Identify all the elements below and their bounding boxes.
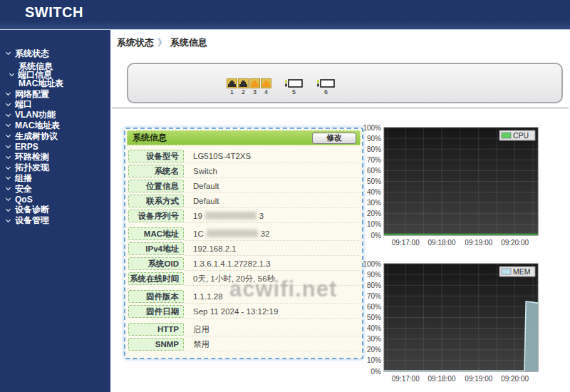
breadcrumb-parent[interactable]: 系统状态 bbox=[117, 37, 154, 48]
info-row-label: 系统名 bbox=[128, 165, 184, 177]
y-axis-tick-label: 0% bbox=[371, 232, 382, 239]
sidebar-item-11[interactable]: QoS bbox=[0, 195, 110, 204]
cpu-usage-chart: 100%90%80%70%60%50%40%30%20%10%0%09:17:0… bbox=[351, 122, 542, 252]
y-axis-tick-label: 90% bbox=[367, 271, 381, 279]
port-3-rj45-icon: 3 bbox=[249, 78, 260, 96]
x-axis-tick-label: 09:17:00 bbox=[392, 375, 420, 383]
info-row-label: 固件版本 bbox=[128, 290, 184, 303]
info-row-label: SNMP bbox=[128, 338, 184, 351]
sidebar: 系统状态系统信息端口信息MAC地址表网络配置端口VLAN功能MAC地址表生成树协… bbox=[0, 30, 110, 392]
chevron-down-icon bbox=[6, 112, 11, 117]
port-number-label: 2 bbox=[242, 89, 245, 96]
sidebar-item-8[interactable]: 拓扑发现 bbox=[0, 164, 110, 172]
y-axis-tick-label: 0% bbox=[371, 368, 382, 376]
top-bar: SWITCH bbox=[0, 0, 570, 30]
port-number-label: 1 bbox=[230, 89, 234, 96]
sidebar-item-3[interactable]: VLAN功能 bbox=[0, 111, 110, 120]
info-row: 系统名Switch bbox=[128, 164, 359, 178]
sidebar-item-0[interactable]: 系统状态 bbox=[0, 49, 110, 58]
sidebar-item-4[interactable]: MAC地址表 bbox=[0, 121, 110, 130]
y-axis-tick-label: 90% bbox=[367, 135, 381, 143]
info-row-value: 1C32 bbox=[185, 227, 359, 241]
info-row: 固件日期Sep 11 2024 - 13:12:19 bbox=[128, 304, 359, 319]
sidebar-item-5[interactable]: 生成树协议 bbox=[0, 132, 110, 140]
chevron-down-icon bbox=[6, 154, 11, 159]
port-5-sfp-icon: 5 bbox=[284, 78, 304, 96]
chevron-down-icon bbox=[6, 133, 11, 138]
horizontal-divider bbox=[112, 108, 569, 108]
port-6-sfp-icon: 6 bbox=[316, 78, 336, 96]
redacted-value-suffix: 32 bbox=[261, 229, 270, 238]
info-row: 系统在线时间0天, 1小时, 20分, 56秒 bbox=[128, 272, 359, 286]
info-row-label: HTTP bbox=[128, 323, 184, 336]
main-content: 系统状态》系统信息 123456 系统信息 修改 设备型号LG510S-4T2X… bbox=[110, 30, 570, 392]
port-number-label: 5 bbox=[292, 89, 296, 96]
y-axis-tick-label: 40% bbox=[367, 324, 381, 332]
info-row-value: Sep 11 2024 - 13:12:19 bbox=[185, 305, 359, 319]
x-axis-tick-label: 09:20:00 bbox=[501, 375, 529, 383]
system-info-panel: 系统信息 修改 设备型号LG510S-4T2XS系统名Switch位置信息Def… bbox=[124, 128, 363, 359]
info-group-1: MAC地址1C32IPv4地址192.168.2.1系统OID1.3.6.1.4… bbox=[128, 227, 359, 286]
info-row-value: 193 bbox=[185, 210, 359, 223]
y-axis-tick-label: 30% bbox=[367, 199, 381, 207]
sidebar-item-6[interactable]: ERPS bbox=[0, 143, 110, 151]
app-logo: SWITCH bbox=[25, 4, 83, 21]
y-axis-tick-label: 80% bbox=[367, 145, 381, 153]
y-axis-tick-label: 70% bbox=[367, 292, 381, 300]
sidebar-item-2[interactable]: 端口 bbox=[0, 100, 110, 109]
x-axis-tick-label: 09:19:00 bbox=[465, 239, 492, 247]
modify-button[interactable]: 修改 bbox=[312, 133, 356, 144]
port-2-rj45-icon: 2 bbox=[238, 78, 249, 96]
device-front-panel: 123456 bbox=[127, 63, 563, 103]
y-axis-tick-label: 20% bbox=[367, 346, 381, 354]
info-row-value: 0天, 1小时, 20分, 56秒 bbox=[185, 272, 359, 286]
info-row: 位置信息Default bbox=[128, 179, 359, 193]
x-axis-tick-label: 09:19:00 bbox=[465, 375, 492, 383]
info-row-value: LG510S-4T2XS bbox=[185, 150, 359, 163]
sidebar-item-1[interactable]: 网络配置 bbox=[0, 90, 110, 98]
chevron-down-icon bbox=[6, 207, 11, 212]
sidebar-item-12[interactable]: 设备诊断 bbox=[0, 206, 110, 215]
y-axis-tick-label: 60% bbox=[367, 303, 381, 311]
info-row: MAC地址1C32 bbox=[128, 227, 359, 241]
chevron-down-icon bbox=[6, 91, 11, 96]
sidebar-subitem-0-2[interactable]: MAC地址表 bbox=[0, 79, 110, 88]
sidebar-item-label: 生成树协议 bbox=[15, 130, 58, 143]
info-row-label: 设备型号 bbox=[128, 150, 184, 163]
system-info-header: 系统信息 修改 bbox=[127, 130, 361, 145]
y-axis-tick-label: 80% bbox=[367, 282, 381, 289]
info-row: 设备序列号193 bbox=[128, 209, 359, 223]
port-number-label: 4 bbox=[264, 89, 268, 96]
chevron-down-icon bbox=[6, 185, 11, 190]
info-row: 系统OID1.3.6.1.4.1.27282.1.3 bbox=[128, 257, 359, 271]
info-row: 设备型号LG510S-4T2XS bbox=[128, 149, 359, 163]
info-row-label: 位置信息 bbox=[128, 180, 184, 192]
redacted-blur bbox=[205, 212, 256, 220]
sidebar-item-label: 设备管理 bbox=[15, 215, 49, 227]
info-group-2: 固件版本1.1.1.28固件日期Sep 11 2024 - 13:12:19 bbox=[128, 289, 359, 319]
port-indicators: 123456 bbox=[227, 78, 336, 96]
sidebar-item-label: QoS bbox=[15, 195, 33, 205]
y-axis-tick-label: 70% bbox=[367, 156, 381, 164]
info-row-label: 系统OID bbox=[128, 257, 184, 270]
sidebar-item-7[interactable]: 环路检测 bbox=[0, 153, 110, 162]
port-1-rj45-icon: 1 bbox=[227, 78, 237, 96]
redacted-blur bbox=[207, 229, 258, 237]
sidebar-subitem-0-0[interactable]: 系统信息 bbox=[0, 62, 110, 71]
chevron-down-icon bbox=[6, 50, 11, 55]
info-row: IPv4地址192.168.2.1 bbox=[128, 242, 359, 256]
info-row-value: Default bbox=[185, 195, 359, 208]
info-row-value: 1.3.6.1.4.1.27282.1.3 bbox=[185, 257, 359, 271]
sidebar-item-10[interactable]: 安全 bbox=[0, 185, 110, 193]
info-row-label: 系统在线时间 bbox=[128, 272, 184, 285]
sidebar-item-9[interactable]: 组播 bbox=[0, 174, 110, 182]
legend-swatch bbox=[502, 269, 511, 274]
y-axis-tick-label: 20% bbox=[367, 210, 381, 217]
sidebar-item-13[interactable]: 设备管理 bbox=[0, 217, 110, 225]
redacted-value-prefix: 1C bbox=[193, 229, 204, 238]
info-row-value: 启用 bbox=[185, 323, 359, 336]
info-row-label: 固件日期 bbox=[128, 305, 184, 318]
panel-title: 系统信息 bbox=[128, 132, 167, 144]
y-axis-tick-label: 60% bbox=[367, 167, 381, 175]
legend-label: MEM bbox=[513, 267, 531, 276]
